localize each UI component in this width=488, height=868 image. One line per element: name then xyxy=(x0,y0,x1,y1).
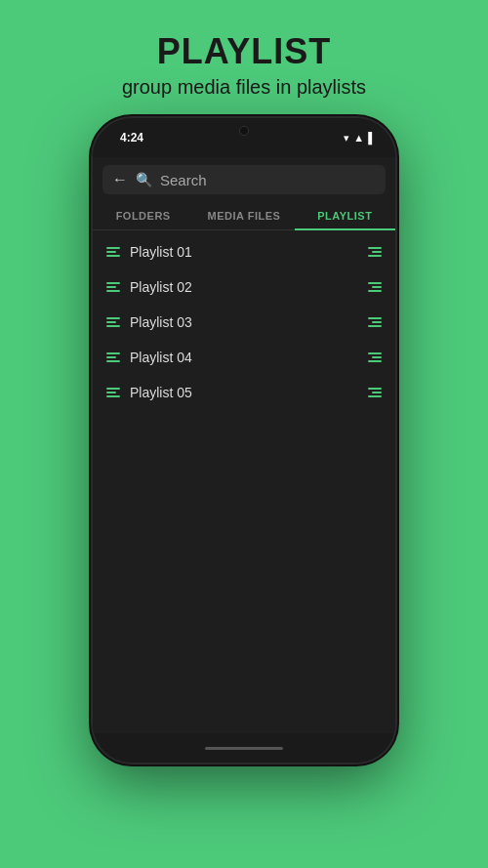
tab-media-files[interactable]: MEDIA FILES xyxy=(193,202,294,229)
battery-icon: ▌ xyxy=(368,132,376,144)
page-header: PLAYLIST group media files in playlists xyxy=(102,0,386,118)
wifi-icon: ▾ xyxy=(344,132,349,145)
playlist-menu-button[interactable] xyxy=(368,317,382,327)
list-item[interactable]: Playlist 03 xyxy=(93,305,395,340)
signal-icon: ▲ xyxy=(353,132,364,144)
phone-screen: ← 🔍 Search FOLDERS MEDIA FILES PLAYLIST … xyxy=(93,157,395,733)
playlist-name: Playlist 03 xyxy=(130,314,358,330)
playlist-name: Playlist 01 xyxy=(130,244,358,260)
playlist-name: Playlist 04 xyxy=(130,350,358,365)
playlist-icon xyxy=(106,282,120,292)
tab-bar: FOLDERS MEDIA FILES PLAYLIST xyxy=(93,202,395,230)
search-bar[interactable]: ← 🔍 Search xyxy=(102,165,386,194)
playlist-icon xyxy=(106,388,120,397)
tab-folders[interactable]: FOLDERS xyxy=(93,202,193,229)
search-icon: 🔍 xyxy=(136,172,152,187)
home-indicator xyxy=(205,747,283,750)
playlist-menu-button[interactable] xyxy=(368,388,382,397)
playlist-menu-button[interactable] xyxy=(368,247,382,257)
phone-device: 4:24 ▾ ▲ ▌ ← 🔍 Search FOLDERS MEDIA FILE… xyxy=(93,118,395,763)
search-input[interactable]: Search xyxy=(160,172,376,188)
camera-dot xyxy=(239,126,249,136)
list-item[interactable]: Playlist 01 xyxy=(93,234,395,269)
tab-playlist[interactable]: PLAYLIST xyxy=(295,202,395,229)
playlist-list: Playlist 01 Playlist 02 xyxy=(93,230,395,733)
status-bar: 4:24 ▾ ▲ ▌ xyxy=(93,118,395,157)
page-title: PLAYLIST xyxy=(122,31,366,72)
playlist-name: Playlist 05 xyxy=(130,385,358,400)
list-item[interactable]: Playlist 02 xyxy=(93,269,395,305)
status-time: 4:24 xyxy=(120,131,143,145)
playlist-icon xyxy=(106,352,120,362)
list-item[interactable]: Playlist 04 xyxy=(93,340,395,375)
page-subtitle: group media files in playlists xyxy=(122,76,366,99)
playlist-menu-button[interactable] xyxy=(368,282,382,292)
back-button[interactable]: ← xyxy=(112,171,128,188)
list-item[interactable]: Playlist 05 xyxy=(93,375,395,410)
playlist-icon xyxy=(106,247,120,257)
playlist-menu-button[interactable] xyxy=(368,352,382,362)
playlist-icon xyxy=(106,317,120,327)
status-icons: ▾ ▲ ▌ xyxy=(344,132,376,145)
phone-bottom-bar xyxy=(93,733,395,763)
playlist-name: Playlist 02 xyxy=(130,279,358,295)
